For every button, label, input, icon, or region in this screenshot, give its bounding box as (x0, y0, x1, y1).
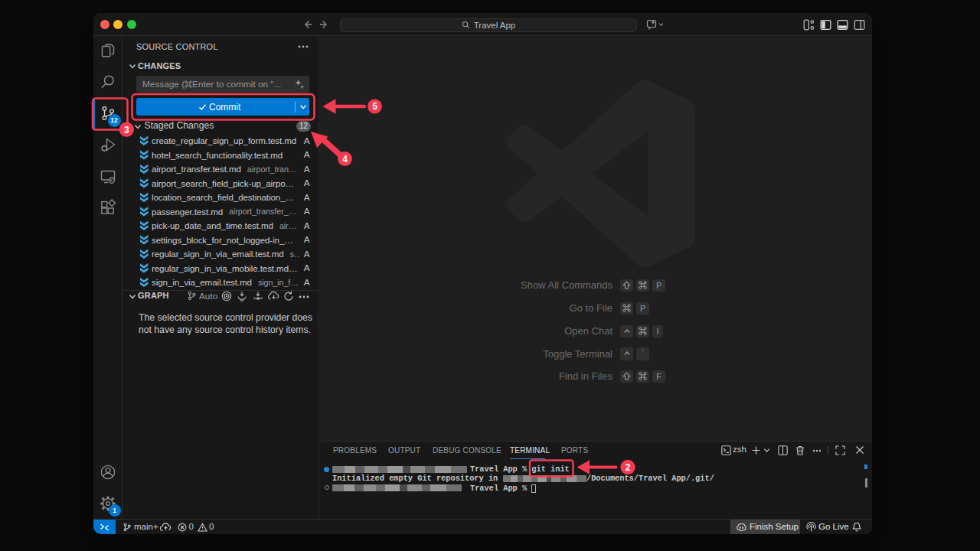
svg-text:4: 4 (342, 154, 348, 165)
svg-text:2: 2 (626, 462, 631, 473)
svg-text:3: 3 (124, 125, 129, 135)
svg-text:5: 5 (372, 101, 377, 112)
